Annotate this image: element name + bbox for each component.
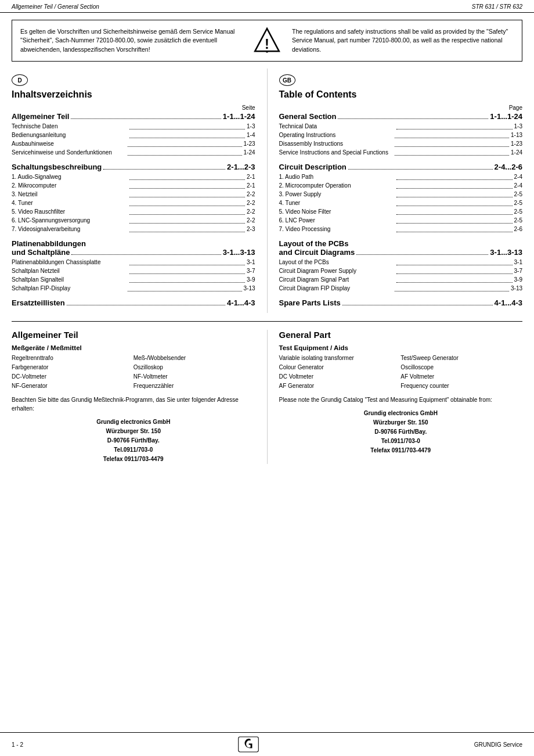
toc-heading-2: Schaltungsbeschreibung 2-1...2-3 bbox=[12, 163, 255, 171]
en-toc-heading-2: Circuit Description 2-4...2-6 bbox=[279, 163, 523, 171]
toc-item: 6. LNC-Spannungsversorgung 2-2 bbox=[12, 216, 255, 225]
toc-item: Circuit Diagram Signal Part 3-9 bbox=[279, 275, 523, 284]
toc-item: Technical Data 1-3 bbox=[279, 122, 523, 131]
toc-item: 5. Video Rauschfilter 2-2 bbox=[12, 207, 255, 216]
test-equipment-title: Test Equipment / Aids bbox=[279, 344, 523, 351]
en-toc-section-4: Spare Parts Lists 4-1...4-3 bbox=[279, 298, 523, 307]
en-toc-heading-3a: Layout of the PCBs bbox=[279, 239, 523, 248]
header-right: STR 631 / STR 632 bbox=[472, 3, 522, 10]
toc-item: 3. Power Supply 2-5 bbox=[279, 190, 523, 199]
toc-item: 3. Netzteil 2-2 bbox=[12, 190, 255, 199]
toc-item: Ausbauhinweise 1-23 bbox=[12, 139, 255, 148]
footer-left: 1 - 2 bbox=[12, 741, 23, 748]
toc-item: Technische Daten 1-3 bbox=[12, 122, 255, 131]
toc-heading-3a: Platinenabbildungen bbox=[12, 239, 255, 248]
toc-item: Layout of the PCBs 3-1 bbox=[279, 258, 523, 267]
general-section: Allgemeiner Teil Meßgeräte / Meßmittel R… bbox=[0, 330, 534, 464]
toc-heading-4: Ersatzteillisten 4-1...4-3 bbox=[12, 298, 255, 307]
header-left: Allgemeiner Teil / General Section bbox=[12, 3, 99, 10]
warning-text-right: The regulations and safety instructions … bbox=[292, 27, 514, 54]
page-footer: 1 - 2 GRUNDIG Service bbox=[0, 732, 534, 756]
toc-item: Platinenabbildungen Chassisplatte 3-1 bbox=[12, 258, 255, 267]
toc-section-1: Allgemeiner Teil 1-1...1-24 Technische D… bbox=[12, 112, 255, 157]
toc-item: 6. LNC Power 2-5 bbox=[279, 216, 523, 225]
toc-item: Circuit Diagram FIP Display 3-13 bbox=[279, 284, 523, 293]
toc-heading-1-label: Allgemeiner Teil bbox=[12, 112, 69, 121]
en-toc-heading-3b: and Circuit Diagrams 3-1...3-13 bbox=[279, 248, 523, 257]
right-column: GB Table of Contents Page General Sectio… bbox=[267, 69, 523, 313]
left-column: D Inhaltsverzeichnis Seite Allgemeiner T… bbox=[12, 69, 267, 313]
toc-item: 4. Tuner 2-5 bbox=[279, 199, 523, 207]
en-toc-heading-1: General Section 1-1...1-24 bbox=[279, 112, 523, 121]
toc-heading-2-label: Schaltungsbeschreibung bbox=[12, 163, 102, 171]
note-de: Beachten Sie bitte das Grundig Meßtechni… bbox=[12, 395, 255, 413]
toc-item: 7. Videosignalverarbeitung 2-3 bbox=[12, 225, 255, 233]
company-en: Grundig electronics GmbH Würzburger Str.… bbox=[279, 409, 523, 455]
toc-item: Disassembly Instructions 1-23 bbox=[279, 139, 523, 148]
dots-1 bbox=[71, 112, 221, 119]
messgeraete-title: Meßgeräte / Meßmittel bbox=[12, 344, 255, 351]
toc-item: 5. Video Noise Filter 2-5 bbox=[279, 207, 523, 216]
note-en: Please note the Grundig Catalog "Test an… bbox=[279, 395, 523, 404]
toc-item: Schaltplan FIP-Display 3-13 bbox=[12, 284, 255, 293]
grundig-logo-icon bbox=[238, 736, 259, 753]
en-toc-section-3: Layout of the PCBs and Circuit Diagrams … bbox=[279, 239, 523, 293]
lang-badge-d: D bbox=[12, 74, 28, 86]
toc-heading-1-page: 1-1...1-24 bbox=[223, 112, 255, 121]
allgemeiner-teil-title: Allgemeiner Teil bbox=[12, 330, 255, 340]
company-de: Grundig electronics GmbH Würzburger Str.… bbox=[12, 417, 255, 464]
section-divider bbox=[12, 321, 522, 322]
svg-point-2 bbox=[266, 51, 268, 53]
toc-heading-2-page: 2-1...2-3 bbox=[227, 163, 255, 171]
svg-text:!: ! bbox=[265, 37, 269, 52]
equipment-grid-de: RegeltrennttrafoMeß-/Wobbelsender Farbge… bbox=[12, 354, 255, 391]
warning-text-left: Es gelten die Vorschriften und Sicherhei… bbox=[20, 27, 242, 54]
toc-section-3: Platinenabbildungen und Schaltpläne 3-1.… bbox=[12, 239, 255, 293]
toc-item: Schaltplan Netzteil 3-7 bbox=[12, 267, 255, 275]
toc-item: 2. Microcomputer Operation 2-4 bbox=[279, 181, 523, 190]
toc-item: Circuit Diagram Power Supply 3-7 bbox=[279, 267, 523, 275]
equipment-grid-en: Variable isolating transformerTest/Sweep… bbox=[279, 354, 523, 391]
toc-item: Operating Instructions 1-13 bbox=[279, 131, 523, 139]
toc-section: D Inhaltsverzeichnis Seite Allgemeiner T… bbox=[0, 69, 534, 313]
inhaltsverzeichnis-title: Inhaltsverzeichnis bbox=[12, 89, 255, 100]
warning-icon: ! bbox=[252, 26, 282, 55]
page-header: Allgemeiner Teil / General Section STR 6… bbox=[0, 0, 534, 13]
en-toc-section-2: Circuit Description 2-4...2-6 1. Audio P… bbox=[279, 163, 523, 233]
general-part-col: General Part Test Equipment / Aids Varia… bbox=[267, 330, 523, 464]
toc-heading-1: Allgemeiner Teil 1-1...1-24 bbox=[12, 112, 255, 121]
toc-section-2: Schaltungsbeschreibung 2-1...2-3 1. Audi… bbox=[12, 163, 255, 233]
toc-item: Schaltplan Signalteil 3-9 bbox=[12, 275, 255, 284]
toc-item: Bedienungsanleitung 1-4 bbox=[12, 131, 255, 139]
toc-heading-3b: und Schaltpläne 3-1...3-13 bbox=[12, 248, 255, 257]
toc-item: 1. Audio-Signalweg 2-1 bbox=[12, 172, 255, 181]
table-of-contents-title: Table of Contents bbox=[279, 89, 523, 100]
lang-badge-gb: GB bbox=[279, 74, 295, 86]
toc-item: Service Instructions and Special Functio… bbox=[279, 148, 523, 157]
toc-section-4: Ersatzteillisten 4-1...4-3 bbox=[12, 298, 255, 307]
seite-label: Seite bbox=[12, 105, 255, 111]
toc-item: Servicehinweise und Sonderfunktionen 1-2… bbox=[12, 148, 255, 157]
allgemeiner-teil-col: Allgemeiner Teil Meßgeräte / Meßmittel R… bbox=[12, 330, 267, 464]
toc-item: 1. Audio Path 2-4 bbox=[279, 172, 523, 181]
page-label: Page bbox=[279, 105, 523, 111]
en-toc-heading-4: Spare Parts Lists 4-1...4-3 bbox=[279, 298, 523, 307]
toc-item: 2. Mikrocomputer 2-1 bbox=[12, 181, 255, 190]
footer-right: GRUNDIG Service bbox=[474, 741, 522, 748]
toc-item: 4. Tuner 2-2 bbox=[12, 199, 255, 207]
warning-box: Es gelten die Vorschriften und Sicherhei… bbox=[12, 20, 522, 62]
en-toc-section-1: General Section 1-1...1-24 Technical Dat… bbox=[279, 112, 523, 157]
general-part-title: General Part bbox=[279, 330, 523, 340]
toc-item: 7. Video Processing 2-6 bbox=[279, 225, 523, 233]
